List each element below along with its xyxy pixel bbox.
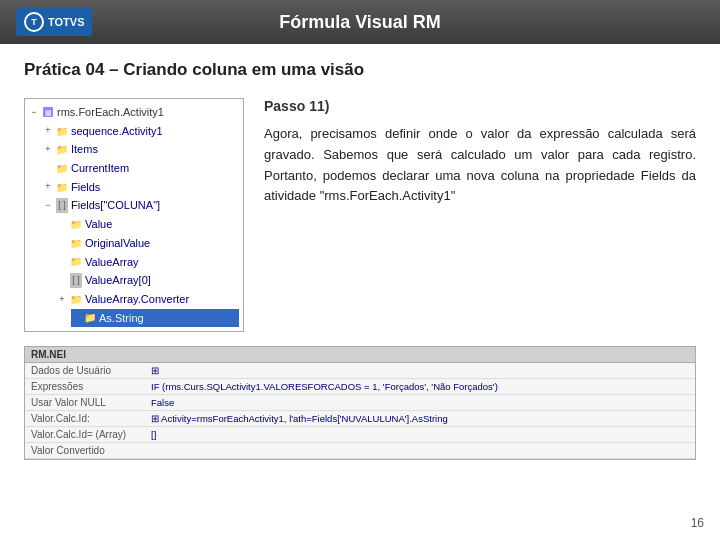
bracket-icon-valarr0: [ ] <box>69 275 83 287</box>
tree-node-items[interactable]: + 📁 Items <box>43 140 239 159</box>
tree-node-current[interactable]: 📁 CurrentItem <box>43 159 239 178</box>
row-label-4: Valor.Calc.Id= (Array) <box>25 427 145 443</box>
root-label[interactable]: rms.ForEach.Activity1 <box>57 103 164 122</box>
tree-node-asstring[interactable]: 📁 As.String <box>71 309 239 328</box>
table-row: Expressões IF (rms.Curs.SQLActivity1.VAL… <box>25 379 695 395</box>
valarrconv-label[interactable]: ValueArray.Converter <box>85 290 189 309</box>
passo-label: Passo 11) <box>264 98 696 114</box>
expand-fields-col[interactable]: − <box>43 198 53 213</box>
expand-valarrconv[interactable]: + <box>57 292 67 307</box>
section-title: Prática 04 – Criando coluna em uma visão <box>24 60 696 80</box>
folder-icon-asstring: 📁 <box>83 312 97 324</box>
row-value-1: IF (rms.Curs.SQLActivity1.VALORESFORCADO… <box>145 379 695 395</box>
tree-node-valarrconv[interactable]: + 📁 ValueArray.Converter <box>57 290 239 309</box>
expand-fields[interactable]: + <box>43 179 53 194</box>
bottom-panel-table: Dados de Usuário ⊞ Expressões IF (rms.Cu… <box>25 363 695 459</box>
current-label[interactable]: CurrentItem <box>71 159 129 178</box>
content-area: Prática 04 – Criando coluna em uma visão… <box>0 44 720 476</box>
row-label-3: Valor.Calc.Id: <box>25 411 145 427</box>
valarr0-label[interactable]: ValueArray[0] <box>85 271 151 290</box>
folder-icon-valarrconv: 📁 <box>69 293 83 305</box>
table-row: Usar Valor NULL False <box>25 395 695 411</box>
row-label-1: Expressões <box>25 379 145 395</box>
expand-asstring[interactable] <box>71 310 81 325</box>
row-label-5: Valor Convertido <box>25 443 145 459</box>
row-label-0: Dados de Usuário <box>25 363 145 379</box>
expand-valarr[interactable] <box>57 254 67 269</box>
totvs-icon: T <box>24 12 44 32</box>
info-panel: Passo 11) Agora, precisamos definir onde… <box>264 98 696 207</box>
table-row: Valor.Calc.Id: ⊞ Activity=rmsForEachActi… <box>25 411 695 427</box>
folder-icon-valarr: 📁 <box>69 256 83 268</box>
expand-current[interactable] <box>43 161 53 176</box>
tree-node-fields-col[interactable]: − [ ] Fields["COLUNA"] <box>43 196 239 215</box>
folder-icon-items: 📁 <box>55 144 69 156</box>
logo-area: T TOTVS <box>16 8 92 36</box>
tree-node-root[interactable]: − ▦ rms.ForEach.Activity1 <box>29 103 239 122</box>
row-value-3: ⊞ Activity=rmsForEachActivity1, l'ath=Fi… <box>145 411 695 427</box>
folder-icon-seq: 📁 <box>55 125 69 137</box>
expand-root[interactable]: − <box>29 105 39 120</box>
folder-icon-value: 📁 <box>69 218 83 230</box>
expand-value[interactable] <box>57 217 67 232</box>
fields-col-label[interactable]: Fields["COLUNA"] <box>71 196 160 215</box>
folder-icon-origval: 📁 <box>69 237 83 249</box>
expand-items[interactable]: + <box>43 142 53 157</box>
description-text: Agora, precisamos definir onde o valor d… <box>264 124 696 207</box>
folder-icon-current: 📁 <box>55 162 69 174</box>
tree-node-seq[interactable]: + 📁 sequence.Activity1 <box>43 122 239 141</box>
svg-text:▦: ▦ <box>45 109 52 116</box>
totvs-logo: T TOTVS <box>16 8 92 36</box>
tree-node-value[interactable]: 📁 Value <box>57 215 239 234</box>
header-title: Fórmula Visual RM <box>279 12 441 33</box>
row-value-4: [] <box>145 427 695 443</box>
tree-container[interactable]: − ▦ rms.ForEach.Activity1 + 📁 sequence.A… <box>24 98 244 332</box>
value-label[interactable]: Value <box>85 215 112 234</box>
bracket-icon-col: [ ] <box>55 200 69 212</box>
tree-node-origval[interactable]: 📁 OriginalValue <box>57 234 239 253</box>
row-value-0: ⊞ <box>145 363 695 379</box>
fields-label[interactable]: Fields <box>71 178 100 197</box>
row-value-2: False <box>145 395 695 411</box>
origval-label[interactable]: OriginalValue <box>85 234 150 253</box>
logo-text: TOTVS <box>48 16 84 28</box>
page-number: 16 <box>691 516 704 530</box>
folder-icon-fields: 📁 <box>55 181 69 193</box>
tree-node-valarr0[interactable]: [ ] ValueArray[0] <box>57 271 239 290</box>
table-row: Valor.Calc.Id= (Array) [] <box>25 427 695 443</box>
root-icon: ▦ <box>41 106 55 118</box>
header: T TOTVS Fórmula Visual RM <box>0 0 720 44</box>
expand-seq[interactable]: + <box>43 123 53 138</box>
table-row: Dados de Usuário ⊞ <box>25 363 695 379</box>
row-value-5 <box>145 443 695 459</box>
main-layout: − ▦ rms.ForEach.Activity1 + 📁 sequence.A… <box>24 98 696 332</box>
tree-panel: − ▦ rms.ForEach.Activity1 + 📁 sequence.A… <box>24 98 244 332</box>
row-label-2: Usar Valor NULL <box>25 395 145 411</box>
valarr-label[interactable]: ValueArray <box>85 253 139 272</box>
table-row: Valor Convertido <box>25 443 695 459</box>
bottom-panel-header: RM.NEI <box>25 347 695 363</box>
tree-node-fields[interactable]: + 📁 Fields <box>43 178 239 197</box>
bottom-panel: RM.NEI Dados de Usuário ⊞ Expressões IF … <box>24 346 696 460</box>
seq-label[interactable]: sequence.Activity1 <box>71 122 163 141</box>
expand-valarr0[interactable] <box>57 273 67 288</box>
items-label[interactable]: Items <box>71 140 98 159</box>
asstring-label[interactable]: As.String <box>99 309 144 328</box>
expand-origval[interactable] <box>57 236 67 251</box>
tree-node-valarr[interactable]: 📁 ValueArray <box>57 253 239 272</box>
